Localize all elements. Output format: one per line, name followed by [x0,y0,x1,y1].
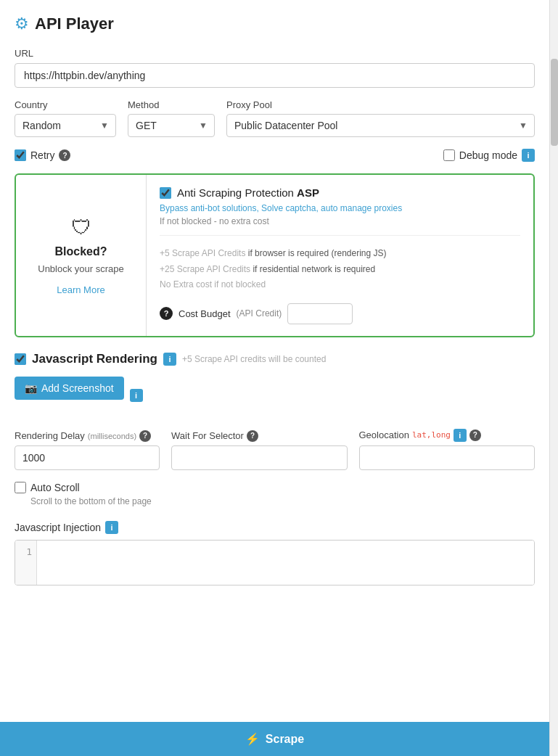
method-label: Method [128,99,215,110]
asp-title: Anti Scraping Protection ASP [177,186,319,199]
geolocation-help-icon[interactable]: ? [469,430,481,441]
auto-scroll-label: Auto Scroll [30,482,80,493]
camera-icon: 📷 [25,382,37,394]
rendering-delay-input[interactable] [15,445,160,470]
retry-label: Retry [30,149,54,161]
country-label: Country [15,99,116,110]
country-group: Country Random United States United King… [15,99,116,137]
geolocation-input[interactable] [359,445,536,470]
wait-for-selector-help-icon[interactable]: ? [247,430,258,442]
cost-budget-help-icon[interactable]: ? [160,307,173,320]
method-select[interactable]: GET POST PUT DELETE PATCH [128,114,215,137]
asp-title-row: Anti Scraping Protection ASP [160,186,520,199]
retry-debug-row: Retry ? Debug mode i [15,149,535,162]
debug-checkbox[interactable] [443,149,455,161]
js-injection-section: Javascript Injection i 1 [15,521,535,586]
proxy-select-wrapper: Public Datacenter Pool Private Datacente… [226,114,535,137]
asp-checkbox[interactable] [160,187,171,199]
debug-group: Debug mode i [443,149,535,162]
bolt-icon: ⚡ [245,732,260,746]
asp-credits-line1: +5 Scrape API Credits if browser is requ… [160,246,520,262]
auto-scroll-checkbox[interactable] [15,482,26,493]
proxy-label: Proxy Pool [226,99,535,110]
js-rendering-credits-note: +5 Scrape API credits will be counted [182,354,326,364]
js-injection-textarea[interactable] [37,541,534,585]
proxy-group: Proxy Pool Public Datacenter Pool Privat… [226,99,535,137]
method-select-wrapper: GET POST PUT DELETE PATCH ▼ [128,114,215,137]
method-group: Method GET POST PUT DELETE PATCH ▼ [128,99,215,137]
url-label: URL [15,48,535,59]
screenshot-info-icon[interactable]: i [130,389,143,402]
asp-credits: +5 Scrape API Credits if browser is requ… [160,246,520,293]
asp-box: 🛡 Blocked? Unblock your scrape Learn Mor… [15,173,535,337]
scrollbar-thumb[interactable] [551,59,558,146]
learn-more-link[interactable]: Learn More [57,284,104,295]
scrollbar[interactable] [549,0,558,756]
asp-cost-note: If not blocked - no extra cost [160,216,520,236]
wait-for-selector-input[interactable] [171,445,348,470]
page-title-row: ⚙ API Player [15,15,535,33]
auto-scroll-row: Auto Scroll [15,482,535,493]
scrape-button-text: ⚡ Scrape [245,732,304,746]
shield-icon: 🛡 [71,215,91,239]
js-rendering-row: Javascript Rendering i +5 Scrape API cre… [15,352,535,366]
gear-icon: ⚙ [15,15,29,33]
add-screenshot-label: Add Screenshot [41,382,114,394]
js-injection-info-icon[interactable]: i [105,521,118,534]
cost-budget-input[interactable] [287,303,353,324]
geolocation-label: Geolocation lat,long i ? [359,429,536,442]
cost-budget-label: Cost Budget [179,308,231,319]
retry-group: Retry ? [15,149,70,161]
code-editor-wrapper: 1 [15,540,535,586]
cost-budget-row: ? Cost Budget (API Credit) [160,303,520,324]
selects-row: Country Random United States United King… [15,99,535,137]
auto-scroll-description: Scroll to the bottom of the page [30,496,535,506]
wait-for-selector-label: Wait For Selector ? [171,430,348,442]
main-content: ⚙ API Player URL Country Random United S… [0,0,549,756]
asp-blocked-title: Blocked? [54,245,107,258]
country-select[interactable]: Random United States United Kingdom Germ… [15,114,116,137]
line-numbers: 1 [15,541,37,585]
scrape-bar[interactable]: ⚡ Scrape [0,722,549,756]
asp-left-panel: 🛡 Blocked? Unblock your scrape Learn Mor… [16,175,147,336]
auto-scroll-section: Auto Scroll Scroll to the bottom of the … [15,482,535,506]
js-rendering-info-icon[interactable]: i [163,353,176,366]
retry-checkbox[interactable] [15,149,26,161]
page-title: API Player [35,15,114,33]
url-input[interactable] [15,63,535,88]
cost-budget-sub: (API Credit) [237,308,282,319]
debug-info-icon[interactable]: i [522,149,535,162]
scrape-label: Scrape [266,733,304,746]
asp-description: Bypass anti-bot solutions, Solve captcha… [160,203,520,213]
geolocation-group: Geolocation lat,long i ? [359,429,536,470]
rendering-delay-help-icon[interactable]: ? [139,430,151,442]
retry-help-icon[interactable]: ? [59,149,70,161]
asp-right-panel: Anti Scraping Protection ASP Bypass anti… [147,175,533,336]
js-injection-label: Javascript Injection i [15,521,535,534]
asp-credits-line3: No Extra cost if not blocked [160,277,520,293]
rendering-delay-label: Rendering Delay (milliseconds) ? [15,430,160,442]
page-container: ⚙ API Player URL Country Random United S… [0,0,558,756]
rendering-fields: Rendering Delay (milliseconds) ? Wait Fo… [15,429,535,470]
rendering-delay-group: Rendering Delay (milliseconds) ? [15,430,160,470]
asp-blocked-desc: Unblock your scrape [38,263,124,276]
country-select-wrapper: Random United States United Kingdom Germ… [15,114,116,137]
geolocation-info-icon[interactable]: i [454,429,467,442]
add-screenshot-button[interactable]: 📷 Add Screenshot [15,377,124,400]
wait-for-selector-group: Wait For Selector ? [171,430,348,470]
screenshot-row: 📷 Add Screenshot i [15,377,535,414]
proxy-select[interactable]: Public Datacenter Pool Private Datacente… [226,114,535,137]
debug-label: Debug mode [459,149,517,161]
asp-credits-line2: +25 Scrape API Credits if residential ne… [160,262,520,278]
js-rendering-checkbox[interactable] [15,353,26,365]
js-rendering-label: Javascript Rendering [32,352,157,366]
